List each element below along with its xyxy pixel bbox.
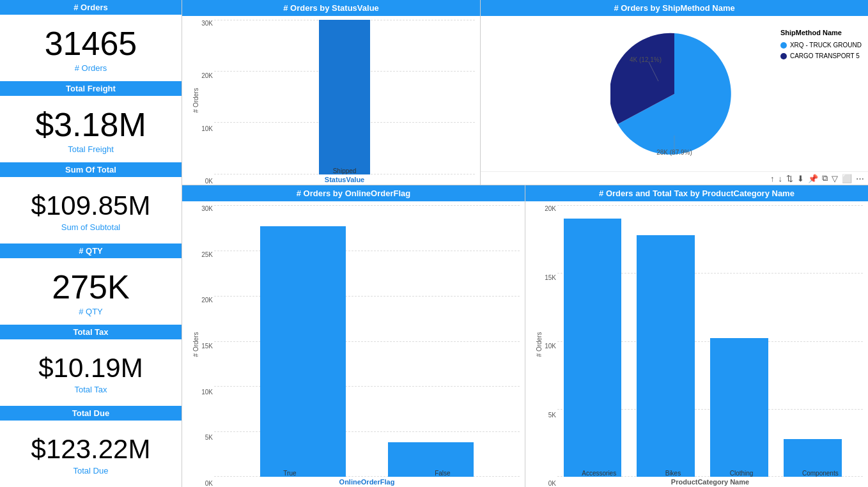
chart-area-online: [214, 205, 520, 477]
legend-label-cargo: CARGO TRANSPORT 5: [790, 52, 860, 59]
metric-value-tax: $10.19M: [38, 353, 143, 383]
chart-title-ship: # Orders by ShipMethod Name: [481, 0, 868, 16]
bar-bikes: [637, 235, 695, 477]
toolbar-icon-updown[interactable]: ⇅: [786, 174, 793, 183]
left-panel: # Orders 31465 # Orders Total Freight $3…: [0, 0, 182, 487]
chart-ship-method: # Orders by ShipMethod Name 4K (12.1%) 2…: [481, 0, 868, 185]
metric-block-qty: 275K # QTY: [0, 258, 182, 325]
bar-true: [260, 226, 346, 477]
pie-label-4k: 4K (12.1%): [630, 56, 662, 63]
legend-dot-cargo: [780, 53, 787, 59]
x-tick-clothing: Clothing: [730, 470, 754, 477]
legend-item-cargo: CARGO TRANSPORT 5: [780, 52, 862, 59]
metric-value-sumtotal: $109.85M: [31, 191, 151, 220]
metric-block-tax: $10.19M Total Tax: [0, 339, 182, 406]
metric-block-freight: $3.18M Total Freight: [0, 96, 182, 162]
metric-header-due: Total Due: [0, 406, 182, 421]
chart-online-flag: # Orders by OnlineOrderFlag # Orders 30K…: [182, 185, 525, 487]
toolbar-icon-down[interactable]: ↓: [779, 174, 783, 183]
x-axis-label-status: StatusValue: [214, 176, 475, 183]
chart-title-status: # Orders by StatusValue: [182, 0, 480, 16]
pie-toolbar: ↑ ↓ ⇅ ⬇ 📌 ⧉ ▽ ⬜ ⋯: [481, 171, 868, 185]
x-tick-bikes: Bikes: [665, 470, 681, 477]
chart-product-category: # Orders and Total Tax by ProductCategor…: [525, 185, 868, 487]
x-tick-false: False: [435, 470, 450, 477]
grid-prod-1: [557, 205, 863, 206]
toolbar-icon-filter[interactable]: ▽: [832, 174, 838, 183]
y-ticks-status: 30K 20K 10K 0K: [192, 20, 213, 185]
toolbar-icon-copy[interactable]: ⧉: [822, 173, 828, 183]
legend-label-xrq: XRQ - TRUCK GROUND: [790, 42, 862, 49]
pie-legend: ShipMethod Name XRQ - TRUCK GROUND CARGO…: [780, 29, 862, 59]
toolbar-icon-export[interactable]: ⬇: [797, 174, 804, 183]
metric-block-sumtotal: $109.85M Sum of Subtotal: [0, 177, 182, 244]
bottom-row: # Orders by OnlineOrderFlag # Orders 30K…: [182, 185, 868, 487]
metric-label-orders: # Orders: [75, 63, 107, 73]
y-ticks-online: 30K 25K 20K 15K 10K 5K 0K: [192, 205, 213, 487]
x-axis-label-online: OnlineOrderFlag: [214, 478, 520, 486]
x-tick-accessories: Accessories: [582, 470, 616, 477]
bar-shipped: [319, 20, 370, 174]
metric-label-freight: Total Freight: [68, 144, 114, 154]
chart-area-status: [214, 20, 475, 174]
toolbar-icon-up[interactable]: ↑: [770, 174, 775, 183]
chart-status-value: # Orders by StatusValue # Orders 30K 20K…: [182, 0, 481, 185]
metric-value-qty: 275K: [52, 269, 129, 305]
pie-chart-svg: 4K (12.1%) 28K (87.9%): [610, 30, 738, 158]
metric-header-sumtotal: Sum Of Total: [0, 162, 182, 177]
bar-clothing: [710, 338, 768, 477]
y-ticks-product: 20K 15K 10K 5K 0K: [536, 205, 556, 487]
toolbar-icon-more[interactable]: ⋯: [856, 174, 864, 183]
right-area: # Orders by StatusValue # Orders 30K 20K…: [182, 0, 868, 487]
legend-title: ShipMethod Name: [780, 29, 862, 36]
metric-value-due: $123.22M: [31, 435, 151, 464]
legend-item-xrq: XRQ - TRUCK GROUND: [780, 42, 862, 49]
chart-area-product: [557, 205, 863, 477]
x-tick-shipped: Shipped: [214, 167, 475, 174]
metric-value-freight: $3.18M: [35, 107, 146, 143]
x-ticks-online: True False: [214, 470, 520, 477]
metric-label-sumtotal: Sum of Subtotal: [61, 222, 121, 232]
bar-accessories: [564, 219, 622, 477]
top-row: # Orders by StatusValue # Orders 30K 20K…: [182, 0, 868, 185]
metric-label-due: Total Due: [74, 466, 109, 475]
legend-dot-xrq: [780, 42, 787, 49]
metric-block-orders: 31465 # Orders: [0, 15, 182, 81]
metric-header-qty: # QTY: [0, 244, 182, 258]
metric-header-freight: Total Freight: [0, 81, 182, 96]
chart-title-online: # Orders by OnlineOrderFlag: [182, 185, 525, 201]
metric-block-due: $123.22M Total Due: [0, 421, 182, 487]
metric-label-qty: # QTY: [79, 307, 103, 316]
metric-label-tax: Total Tax: [74, 385, 107, 394]
x-tick-components: Components: [802, 470, 839, 477]
toolbar-icon-expand[interactable]: ⬜: [842, 174, 852, 183]
pie-body: 4K (12.1%) 28K (87.9%) ShipMethod Name X…: [481, 16, 868, 171]
x-tick-true: True: [283, 470, 296, 477]
grid-online-1: [214, 205, 520, 206]
toolbar-icon-pin[interactable]: 📌: [808, 174, 818, 183]
metric-header-orders: # Orders: [0, 0, 182, 15]
metric-value-orders: 31465: [45, 26, 137, 62]
x-ticks-product: Accessories Bikes Clothing Components: [557, 470, 863, 477]
x-axis-label-product: ProductCategory Name: [557, 478, 863, 486]
metric-header-tax: Total Tax: [0, 325, 182, 339]
chart-title-product: # Orders and Total Tax by ProductCategor…: [525, 185, 868, 201]
